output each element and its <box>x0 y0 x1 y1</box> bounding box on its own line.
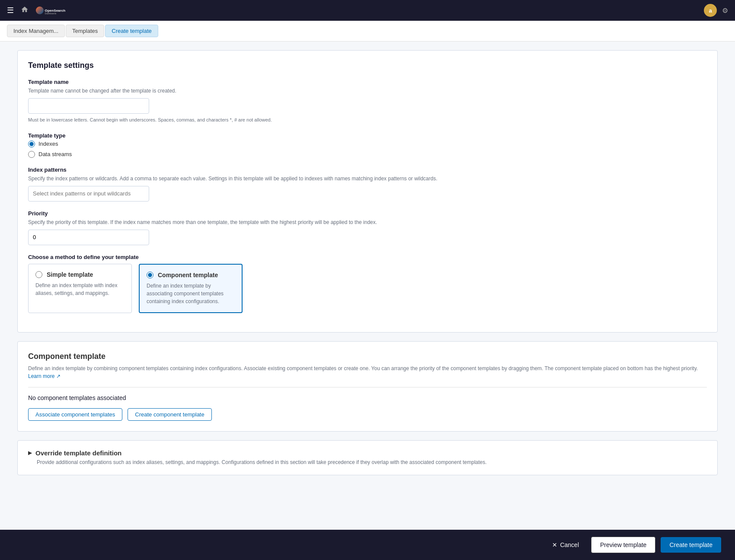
simple-template-label: Simple template <box>47 271 93 278</box>
override-description: Provide additional configurations such a… <box>37 458 707 466</box>
external-link-icon: ↗ <box>56 373 61 379</box>
component-template-section: Component template Define an index templ… <box>17 341 718 432</box>
breadcrumb-create-template[interactable]: Create template <box>105 25 158 37</box>
template-name-group: Template name Template name cannot be ch… <box>28 79 707 124</box>
index-patterns-description: Specify the index patterns or wildcards.… <box>28 175 707 182</box>
template-settings-title: Template settings <box>28 61 707 70</box>
radio-indexes[interactable]: Indexes <box>28 141 707 147</box>
top-nav: ☰ OpenSearch Dashboards a ⚙ <box>0 0 735 21</box>
radio-indexes-label: Indexes <box>38 141 58 147</box>
template-name-description: Template name cannot be changed after th… <box>28 87 707 95</box>
template-type-group: Template type Indexes Data streams <box>28 132 707 158</box>
simple-template-header: Simple template <box>35 271 125 278</box>
priority-description: Specify the priority of this template. I… <box>28 218 707 226</box>
priority-label: Priority <box>28 210 707 217</box>
home-icon[interactable] <box>21 6 29 15</box>
template-name-label: Template name <box>28 79 707 85</box>
nav-left: ☰ OpenSearch Dashboards <box>7 6 74 15</box>
component-section-desc: Define an index template by combining co… <box>28 365 707 380</box>
breadcrumb-index-management[interactable]: Index Managem... <box>7 25 65 37</box>
index-patterns-group: Index patterns Specify the index pattern… <box>28 166 707 202</box>
component-button-row: Associate component templates Create com… <box>28 408 707 421</box>
override-title: Override template definition <box>35 449 121 457</box>
method-group: Choose a method to define your template … <box>28 254 707 313</box>
index-patterns-label: Index patterns <box>28 166 707 173</box>
radio-data-streams-input[interactable] <box>28 151 35 158</box>
cancel-label: Cancel <box>560 541 579 548</box>
override-section: ▶ Override template definition Provide a… <box>17 440 718 475</box>
opensearch-logo: OpenSearch Dashboards <box>35 6 74 15</box>
simple-template-radio[interactable] <box>35 271 42 278</box>
component-template-card[interactable]: Component template Define an index templ… <box>139 264 243 313</box>
hamburger-icon[interactable]: ☰ <box>7 6 14 15</box>
create-template-button[interactable]: Create template <box>661 537 721 553</box>
nav-right: a ⚙ <box>704 4 728 17</box>
method-cards: Simple template Define an index template… <box>28 264 707 313</box>
priority-group: Priority Specify the priority of this te… <box>28 210 707 245</box>
avatar[interactable]: a <box>704 4 717 17</box>
radio-indexes-input[interactable] <box>28 141 35 147</box>
template-type-label: Template type <box>28 132 707 139</box>
index-patterns-input[interactable] <box>28 186 149 202</box>
template-settings-card: Template settings Template name Template… <box>17 50 718 333</box>
radio-data-streams[interactable]: Data streams <box>28 151 707 158</box>
svg-text:OpenSearch: OpenSearch <box>45 9 66 13</box>
chevron-right-icon: ▶ <box>28 450 32 456</box>
create-component-button[interactable]: Create component template <box>128 408 211 421</box>
settings-icon[interactable]: ⚙ <box>722 6 728 15</box>
no-templates-text: No component templates associated <box>28 387 707 401</box>
template-type-radios: Indexes Data streams <box>28 141 707 158</box>
cancel-button[interactable]: ✕ Cancel <box>545 538 586 552</box>
method-label: Choose a method to define your template <box>28 254 707 260</box>
priority-input[interactable] <box>28 230 149 245</box>
template-name-input[interactable] <box>28 98 149 114</box>
footer: ✕ Cancel Preview template Create templat… <box>0 530 735 560</box>
associate-component-button[interactable]: Associate component templates <box>28 408 122 421</box>
preview-template-button[interactable]: Preview template <box>591 537 655 553</box>
svg-text:Dashboards: Dashboards <box>45 13 57 15</box>
component-template-label: Component template <box>158 272 218 278</box>
radio-data-streams-label: Data streams <box>38 151 72 157</box>
component-template-header: Component template <box>147 272 235 278</box>
simple-template-card[interactable]: Simple template Define an index template… <box>28 264 132 313</box>
svg-point-0 <box>36 6 44 14</box>
component-template-desc: Define an index template by associating … <box>147 282 235 305</box>
template-name-hint: Must be in lowercase letters. Cannot beg… <box>28 116 707 124</box>
override-header[interactable]: ▶ Override template definition <box>28 449 707 457</box>
breadcrumb-bar: Index Managem... Templates Create templa… <box>0 21 735 42</box>
simple-template-desc: Define an index template with index alia… <box>35 282 125 297</box>
component-template-radio[interactable] <box>147 272 153 278</box>
learn-more-link[interactable]: Learn more ↗ <box>28 373 61 379</box>
component-section-title: Component template <box>28 352 707 361</box>
main-content: Template settings Template name Template… <box>0 42 735 530</box>
breadcrumb-templates[interactable]: Templates <box>66 25 104 37</box>
cancel-icon: ✕ <box>552 541 557 548</box>
